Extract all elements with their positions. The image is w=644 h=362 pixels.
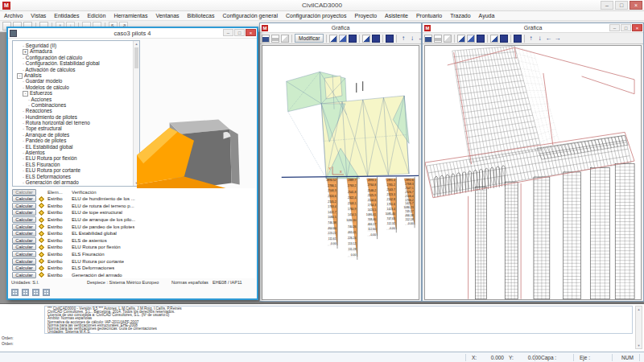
tree-item[interactable]: EL Estabilidad global [14, 144, 132, 150]
layout-grid-icon[interactable] [43, 289, 50, 296]
grafica1-titlebar[interactable]: M Gráfica [260, 23, 421, 33]
scroll-down-icon[interactable]: ▼ [636, 343, 642, 348]
menu-item[interactable]: Entidades [50, 11, 83, 20]
tree-item[interactable]: Seguridad (II) [14, 43, 132, 48]
view-3d-icon[interactable] [514, 35, 522, 43]
menu-item[interactable]: Herramientas [109, 11, 151, 20]
verification-row[interactable]: Calcular Estribo Generación del armado [12, 272, 255, 279]
tree-item[interactable]: Asientos [14, 150, 132, 155]
verification-row[interactable]: Calcular Estribo EL Estabilidad global [12, 230, 255, 237]
orden-prompt[interactable]: Orden: [2, 336, 14, 340]
calcular-button[interactable]: Calcular [12, 216, 36, 223]
tree-item[interactable]: Hundimiento de pilotes [14, 114, 132, 120]
tree-item[interactable]: Acciones [14, 97, 132, 102]
tree-item[interactable]: Rotura horizontal del terreno [14, 120, 132, 125]
view-wire-icon[interactable] [362, 35, 370, 43]
tree-item[interactable]: ELU Rotura por cortante [14, 167, 132, 173]
tree-item[interactable]: ELS Fisuración [14, 162, 132, 167]
print-icon[interactable] [434, 35, 442, 43]
tree-item[interactable]: Esfuerzos [14, 90, 132, 96]
calcular-button[interactable]: Calcular [12, 272, 36, 278]
calcular-button[interactable]: Calcular [12, 251, 36, 257]
pan-up-icon[interactable]: ↑ [527, 35, 535, 43]
menu-item[interactable]: Vistas [27, 11, 50, 20]
orden-prompt[interactable]: Orden: [2, 342, 14, 346]
calcular-header-button[interactable]: Calcular [12, 189, 36, 195]
command-console[interactable]: *** CivilCAD3000 - Versión 9.5 *** Autor… [0, 303, 644, 352]
calcular-button[interactable]: Calcular [12, 209, 36, 216]
layout-grid-icon[interactable] [32, 289, 39, 296]
minimize-button[interactable]: – [223, 29, 233, 36]
tree-item[interactable]: Configuración. Estabilidad global [14, 60, 132, 66]
view-wire-icon[interactable] [490, 35, 498, 43]
view-3d-icon[interactable] [386, 35, 394, 43]
verification-row[interactable]: Calcular Estribo ELU de arranque de los … [12, 216, 255, 224]
layout-grid-icon[interactable] [22, 289, 29, 296]
tree-item[interactable]: Armadura [14, 48, 132, 54]
calcular-button[interactable]: Calcular [12, 237, 36, 244]
menu-item[interactable]: Trazado [446, 11, 474, 20]
menu-item[interactable]: Bibliotecas [184, 11, 219, 20]
pan-down-icon[interactable]: ↓ [408, 35, 415, 43]
close-button[interactable]: × [246, 29, 256, 36]
tree-item[interactable]: ELU Rotura por flexión [14, 155, 132, 161]
verification-row[interactable]: Calcular Estribo ELU de rotura del terre… [12, 203, 255, 210]
copy-icon[interactable] [281, 35, 289, 43]
scroll-thumb[interactable] [134, 47, 138, 68]
verification-row[interactable]: Calcular Estribo ELS Deformaciones [12, 265, 255, 272]
rebar-wireframe-canvas[interactable] [424, 45, 642, 300]
save-icon[interactable] [262, 35, 270, 43]
view-shaded-icon[interactable] [372, 35, 380, 43]
verification-row[interactable]: Calcular Estribo ELU de pandeo de los pi… [12, 223, 255, 230]
tree-item[interactable]: Análisis [14, 72, 132, 78]
calculation-tree[interactable]: Seguridad (II) Armadura Configuración de… [12, 40, 140, 187]
menu-item[interactable]: Prontuario [412, 11, 446, 20]
menu-item[interactable]: Edición [83, 11, 109, 20]
verification-row[interactable]: Calcular Estribo ELU Rotura por cortante [12, 257, 255, 265]
menu-item[interactable]: Ventanas [151, 11, 183, 20]
tree-item[interactable]: Pandeo de pilotes [14, 138, 132, 143]
calcular-button[interactable]: Calcular [12, 258, 36, 265]
menu-item[interactable]: Archivo [0, 11, 27, 20]
calcular-button[interactable]: Calcular [12, 244, 36, 250]
view-pages-icon[interactable] [339, 35, 347, 43]
calcular-button[interactable]: Calcular [12, 265, 36, 271]
grafica-window-2[interactable]: M Gráfica – □ × ↑ ↓ ← → [422, 23, 644, 302]
menu-item[interactable]: Ayuda [475, 11, 499, 20]
menu-item[interactable]: Configuración proyectos [282, 11, 351, 20]
scroll-up-icon[interactable]: ▲ [636, 307, 642, 311]
view-page-icon[interactable] [329, 35, 337, 43]
grafica2-titlebar[interactable]: M Gráfica – □ × [423, 23, 643, 33]
minimize-button[interactable]: – [609, 24, 620, 31]
menu-item[interactable]: Proyecto [350, 11, 381, 20]
tree-item[interactable]: Arranque de pilotes [14, 132, 132, 138]
maximize-button[interactable]: □ [234, 29, 245, 36]
menu-item[interactable]: Configuración general [218, 11, 282, 20]
view-page-icon[interactable] [457, 35, 465, 43]
maximize-button[interactable]: □ [615, 1, 628, 10]
calcular-button[interactable]: Calcular [12, 195, 36, 202]
view-solid-icon[interactable] [349, 35, 357, 43]
tree-item[interactable]: Activación de cálculos [14, 67, 132, 72]
tree-item[interactable]: Tope estructural [14, 125, 132, 131]
menu-item[interactable]: Asistente [381, 11, 412, 20]
copy-icon[interactable] [444, 35, 452, 43]
modificar-button[interactable]: Modificar [295, 34, 324, 43]
pan-right-icon[interactable]: → [554, 35, 561, 43]
tree-item[interactable]: Reacciones [14, 108, 132, 113]
layout-grid-icon[interactable] [11, 289, 19, 296]
view-pages-icon[interactable] [467, 35, 475, 43]
tree-item[interactable]: Configuración del cálculo [14, 55, 132, 60]
verification-row[interactable]: Calcular Estribo ELU de hundimiento de l… [12, 195, 255, 203]
save-icon[interactable] [424, 35, 432, 43]
verification-row[interactable]: Calcular Estribo ELS de asientos [12, 237, 255, 245]
fem-mesh-canvas[interactable]: YX2890.522766.12544.32324.62105.21763.41… [262, 45, 419, 300]
calcular-button[interactable]: Calcular [12, 203, 36, 209]
minimize-button[interactable]: – [601, 1, 613, 10]
pan-left-icon[interactable]: ← [545, 35, 552, 43]
tree-item[interactable]: Guardar modelo [14, 78, 132, 84]
console-scrollbar[interactable]: ▲ ▼ [635, 306, 642, 349]
print-icon[interactable] [271, 35, 279, 43]
verification-row[interactable]: Calcular Estribo ELS Fisuración [12, 251, 255, 258]
view-solid-icon[interactable] [477, 35, 485, 43]
